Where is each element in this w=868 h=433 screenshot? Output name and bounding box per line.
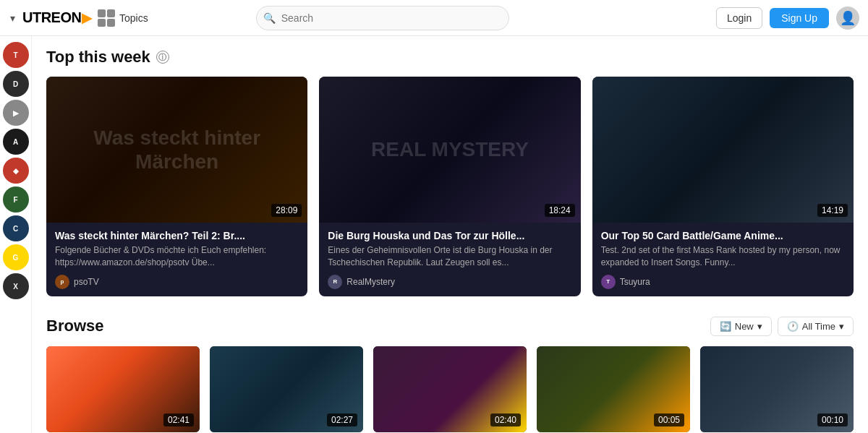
sidebar: TD▶A◆FCGX xyxy=(0,36,32,433)
signup-button[interactable]: Sign Up xyxy=(770,8,829,28)
sidebar-item[interactable]: X xyxy=(3,273,29,299)
thumb-decorative-text: Was steckt hinter Märchen xyxy=(46,77,307,223)
channel-name: psoTV xyxy=(74,277,99,287)
video-description: Eines der Geheimnisvollen Orte ist die B… xyxy=(328,244,571,269)
video-info: Die Burg Houska und Das Tor zur Hölle...… xyxy=(319,223,580,296)
sidebar-item[interactable]: T xyxy=(3,42,29,68)
thumb-bg: Was steckt hinter Märchen xyxy=(46,77,307,223)
header: ▾ UTREON ▶ Topics 🔍 Login Sign Up 👤 xyxy=(0,0,868,36)
browse-section: Browse 🔄 New ▾ 🕐 All Time ▾ xyxy=(46,317,854,433)
duration-badge: 28:09 xyxy=(271,204,302,217)
thumb-bg xyxy=(592,77,854,223)
sort-new-button[interactable]: 🔄 New ▾ xyxy=(710,317,772,336)
time-filter-button[interactable]: 🕐 All Time ▾ xyxy=(778,317,854,336)
time-chevron-icon: ▾ xyxy=(839,321,844,332)
sidebar-item[interactable]: C xyxy=(3,215,29,241)
channel-name: Tsuyura xyxy=(620,277,650,287)
video-description: Folgende Bücher & DVDs möchte ich Euch e… xyxy=(55,244,299,269)
main-content: Top this week ⓘ Was steckt hinter Märche… xyxy=(32,36,868,433)
time-label: All Time xyxy=(802,321,835,332)
browse-video-card[interactable]: 02:27 M Cthulhu-Chan Tries Milkshake 💙..… xyxy=(210,346,363,433)
video-title: Was steckt hinter Märchen? Teil 2: Br...… xyxy=(55,230,299,241)
sort-label: New xyxy=(735,321,754,332)
logo-play-icon: ▶ xyxy=(82,10,92,26)
video-info: Was steckt hinter Märchen? Teil 2: Br...… xyxy=(46,223,307,296)
duration-badge: 18:24 xyxy=(545,204,575,217)
video-channel: T Tsuyura xyxy=(601,275,845,289)
browse-duration-badge: 00:05 xyxy=(654,413,684,426)
logo: UTREON ▶ xyxy=(22,9,92,26)
browse-duration-badge: 02:41 xyxy=(163,413,194,426)
logo-text: UTREON xyxy=(22,9,81,26)
video-title: Our Top 50 Card Battle/Game Anime... xyxy=(601,230,845,241)
sidebar-item[interactable]: ◆ xyxy=(3,158,29,184)
search-icon: 🔍 xyxy=(263,12,276,24)
top-video-card[interactable]: 14:19 Our Top 50 Card Battle/Game Anime.… xyxy=(592,77,854,296)
browse-title: Browse xyxy=(46,317,103,335)
top-this-week-section: Top this week ⓘ Was steckt hinter Märche… xyxy=(46,48,854,296)
browse-thumbnail: 00:10 xyxy=(700,346,854,432)
browse-video-card[interactable]: 00:05 C me in Train Berlin Chloe-Lenne ✔… xyxy=(537,346,690,433)
browse-duration-badge: 02:40 xyxy=(490,413,521,426)
duration-badge: 14:19 xyxy=(817,204,848,217)
browse-thumbnail: 02:27 xyxy=(210,346,363,432)
thumb-bg: REAL MYSTERY xyxy=(319,77,580,223)
browse-thumbnail: 02:40 xyxy=(373,346,527,432)
thumb-decorative-text xyxy=(592,77,854,223)
browse-duration-badge: 00:10 xyxy=(817,413,848,426)
browse-thumbnail: 02:41 xyxy=(46,346,200,432)
header-right: Login Sign Up 👤 xyxy=(716,7,859,30)
browse-header: Browse 🔄 New ▾ 🕐 All Time ▾ xyxy=(46,317,854,336)
video-info: Our Top 50 Card Battle/Game Anime... Tes… xyxy=(592,223,854,296)
sidebar-item[interactable]: ▶ xyxy=(3,100,29,126)
topics-grid-icon xyxy=(98,9,115,27)
layout: TD▶A◆FCGX Top this week ⓘ Was steckt hin… xyxy=(0,36,868,433)
browse-duration-badge: 02:27 xyxy=(327,413,357,426)
sidebar-item[interactable]: F xyxy=(3,187,29,213)
clock-icon: 🕐 xyxy=(787,321,799,332)
channel-avatar: T xyxy=(601,275,616,289)
channel-name: RealMystery xyxy=(346,277,395,287)
video-description: Test. 2nd set of the first Mass Rank hos… xyxy=(601,244,845,269)
sidebar-item[interactable]: D xyxy=(3,71,29,97)
video-thumbnail: REAL MYSTERY 18:24 xyxy=(319,77,580,223)
collapse-sidebar-button[interactable]: ▾ xyxy=(9,11,17,25)
browse-filters: 🔄 New ▾ 🕐 All Time ▾ xyxy=(710,317,854,336)
browse-videos-grid: 02:41 B [Eng] Gourry finds out that Lina… xyxy=(46,346,854,433)
info-icon[interactable]: ⓘ xyxy=(156,51,169,64)
video-title: Die Burg Houska und Das Tor zur Hölle... xyxy=(328,230,571,241)
user-icon: 👤 xyxy=(840,10,856,26)
login-button[interactable]: Login xyxy=(716,7,762,29)
top-videos-grid: Was steckt hinter Märchen 28:09 Was stec… xyxy=(46,77,854,296)
browse-thumbnail: 00:05 xyxy=(537,346,690,432)
sort-chevron-icon: ▾ xyxy=(757,321,762,332)
video-thumbnail: Was steckt hinter Märchen 28:09 xyxy=(46,77,307,223)
sidebar-item[interactable]: A xyxy=(3,129,29,155)
search-bar: 🔍 xyxy=(256,6,509,30)
topics-button[interactable]: Topics xyxy=(98,9,148,27)
browse-video-card[interactable]: 02:41 B [Eng] Gourry finds out that Lina… xyxy=(46,346,200,433)
video-thumbnail: 14:19 xyxy=(592,77,854,223)
browse-video-card[interactable]: 00:10 H The Roger Harvester of Eyes ✔ 13… xyxy=(700,346,854,433)
top-video-card[interactable]: Was steckt hinter Märchen 28:09 Was stec… xyxy=(46,77,307,296)
video-channel: R RealMystery xyxy=(328,275,571,289)
user-avatar-button[interactable]: 👤 xyxy=(836,7,859,30)
channel-avatar: R xyxy=(328,275,342,289)
sort-icon: 🔄 xyxy=(720,321,731,332)
search-input[interactable] xyxy=(256,6,509,30)
top-this-week-title: Top this week ⓘ xyxy=(46,48,854,67)
browse-video-card[interactable]: 02:40 B [Eng] Joutarou vs Abdul | 'Magic… xyxy=(373,346,527,433)
topics-label: Topics xyxy=(119,12,148,24)
top-video-card[interactable]: REAL MYSTERY 18:24 Die Burg Houska und D… xyxy=(319,77,580,296)
thumb-decorative-text: REAL MYSTERY xyxy=(319,77,580,223)
header-left: ▾ UTREON ▶ Topics xyxy=(9,9,148,27)
video-channel: p psoTV xyxy=(55,275,299,289)
sidebar-item[interactable]: G xyxy=(3,244,29,270)
channel-avatar: p xyxy=(55,275,69,289)
